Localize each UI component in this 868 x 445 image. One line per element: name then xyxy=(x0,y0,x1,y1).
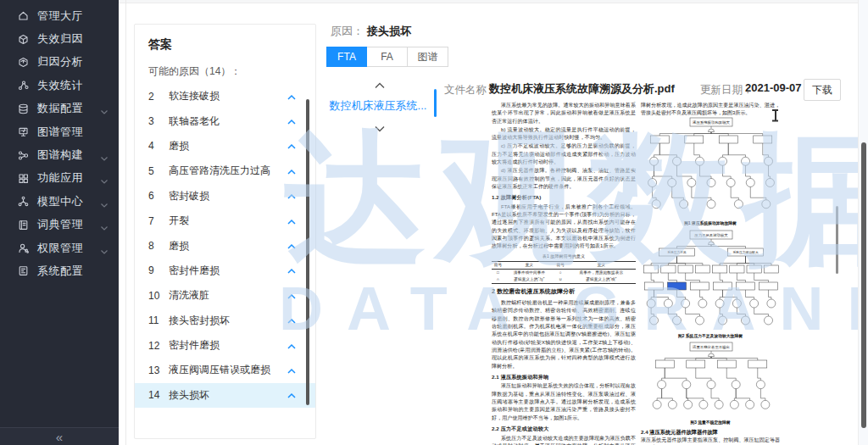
user-icon xyxy=(17,242,29,254)
tab-图谱[interactable]: 图谱 xyxy=(408,47,448,67)
sidebar-item-功能应用[interactable]: 功能应用 xyxy=(0,167,119,190)
pdf-paragraph: 液压系统最为常见的故障。通常较大的振动和异响意味着系统某个环节出现了异常，因此振… xyxy=(492,102,636,125)
chevron-up-icon[interactable] xyxy=(287,192,297,200)
answer-row[interactable]: 2软连接破损 xyxy=(135,84,315,108)
figure-3-caption: 图3 流量不稳定故障树 xyxy=(641,420,780,425)
answer-row[interactable]: 14接头损坏 xyxy=(135,383,315,408)
sidebar-item-失效统计[interactable]: 失效统计 xyxy=(0,74,119,97)
pdf-left-column: 液压系统最为常见的故障。通常较大的振动和异响意味着系统某个环节出现了异常，因此振… xyxy=(492,102,636,445)
pdf-table-header-cell: 意义 xyxy=(504,262,554,270)
cause-row: 原因：接头损坏 xyxy=(331,24,411,39)
doc-nav-up-button[interactable] xyxy=(373,78,387,93)
fault-tree-figure-1: 液压系统振动和异响大 xyxy=(643,117,780,222)
pdf-paragraph: 系统压力不足及波动较大造成的主要故障现象为液压负载不动或是时动时停，属于液压回路… xyxy=(492,435,636,445)
answer-row[interactable]: 11接头密封损坏 xyxy=(135,309,315,333)
answer-label: 磨损 xyxy=(169,239,287,253)
answer-number: 14 xyxy=(148,389,169,401)
sidebar-item-管理大厅[interactable]: 管理大厅 xyxy=(0,4,119,27)
doc-nav-down-button[interactable] xyxy=(373,121,387,136)
pdf-table-body: □顶事件或中间事件○底事件，用原始数据表示∩逻辑意义上的“与”∪逻辑意义上的“或… xyxy=(492,270,636,284)
answer-number: 7 xyxy=(148,215,169,227)
answer-label: 清洗液脏 xyxy=(169,288,287,303)
chevron-down-icon xyxy=(100,245,108,252)
pdf-table-header-cell: 符号 xyxy=(554,262,567,270)
answer-row[interactable]: 8磨损 xyxy=(135,233,315,258)
chevron-up-icon[interactable] xyxy=(287,366,297,375)
fault-tree-figure-3: 流量不稳定甚至不输出 xyxy=(649,342,784,421)
chevron-up-icon[interactable] xyxy=(287,217,297,225)
answer-row[interactable]: 6密封破损 xyxy=(135,184,315,209)
pdf-document-page[interactable]: 液压系统最为常见的故障。通常较大的振动和异响意味着系统某个环节出现了异常，因此振… xyxy=(487,98,784,445)
answer-number: 4 xyxy=(148,140,169,152)
tab-FA[interactable]: FA xyxy=(367,47,408,67)
pdf-heading-2-4: 2.4 液压系统元器件故障器件故障 xyxy=(641,429,780,437)
tab-FTA[interactable]: FTA xyxy=(326,47,367,67)
chevron-down-icon xyxy=(100,105,108,112)
sidebar-item-图谱管理[interactable]: 图谱管理 xyxy=(0,120,119,143)
sidebar-item-图谱构建[interactable]: 图谱构建 xyxy=(0,143,119,166)
chevron-down-icon xyxy=(100,221,108,228)
download-button[interactable]: 下载 xyxy=(804,79,841,101)
sidebar-collapse-button[interactable]: « xyxy=(0,427,119,445)
answer-row[interactable]: 3联轴器老化 xyxy=(135,108,315,133)
chevron-up-icon[interactable] xyxy=(287,167,297,175)
answer-row[interactable]: 4磨损 xyxy=(135,134,315,159)
answer-row[interactable]: 13液压阀调压错误或磨损 xyxy=(135,358,315,382)
chevron-down-icon xyxy=(100,175,108,181)
pdf-paragraph: c) 压力不足或波动较大。足够的压力是驱动负载的前提，压力不足将无法驱动运动部件… xyxy=(492,142,636,166)
sidebar-item-label: 归因分析 xyxy=(37,54,108,70)
answer-number: 6 xyxy=(148,190,169,202)
answer-subtitle: 可能的原因（14）： xyxy=(135,53,315,84)
answer-label: 开裂 xyxy=(169,214,287,228)
pdf-scrollbar[interactable] xyxy=(836,206,838,274)
answer-row[interactable]: 9密封件磨损 xyxy=(135,259,315,283)
page-scrollbar-thumb[interactable] xyxy=(861,142,866,428)
sidebar-item-词典管理[interactable]: 词典管理 xyxy=(0,214,119,236)
cause-label: 原因： xyxy=(331,25,364,37)
doc-nav-current-item[interactable]: 数控机床液压系统... xyxy=(327,98,429,114)
answer-row[interactable]: 12密封件磨损 xyxy=(135,333,315,358)
chevron-up-icon[interactable] xyxy=(287,292,297,300)
answer-number: 10 xyxy=(148,290,169,302)
sidebar-item-权限管理[interactable]: 权限管理 xyxy=(0,236,119,259)
pdf-heading-2-1: 2.1 液压系统振动和异响 xyxy=(492,373,636,381)
answer-label: 软连接破损 xyxy=(169,89,287,103)
chevron-up-icon[interactable] xyxy=(287,342,297,350)
answer-number: 8 xyxy=(148,240,169,252)
svg-text:流量不稳定甚至不输出: 流量不稳定甚至不输出 xyxy=(692,345,730,350)
sidebar-item-label: 管理大厅 xyxy=(37,8,108,24)
chevron-down-icon xyxy=(100,198,108,205)
sidebar-item-label: 词典管理 xyxy=(37,217,100,232)
pdf-heading-2-2: 2.2 压力不足或波动较大 xyxy=(492,425,636,433)
page-scrollbar[interactable] xyxy=(858,0,868,445)
answer-panel: 答案 可能的原因（14）： 2软连接破损3联轴器老化4磨损5高压管路清洗压力过高… xyxy=(134,24,316,439)
chevron-up-icon[interactable] xyxy=(287,242,297,250)
answer-label: 接头密封损坏 xyxy=(169,314,287,328)
chevron-up-icon[interactable] xyxy=(287,142,297,150)
chevron-up-icon[interactable] xyxy=(287,391,297,399)
grid-icon xyxy=(17,172,29,184)
database-icon xyxy=(17,103,29,114)
answer-number: 13 xyxy=(148,364,169,376)
sidebar-item-数据配置[interactable]: 数据配置 xyxy=(0,97,119,120)
sidebar-item-label: 权限管理 xyxy=(37,241,100,256)
sidebar-item-归因分析[interactable]: 归因分析 xyxy=(0,51,119,74)
answer-label: 密封破损 xyxy=(169,189,287,203)
chevron-up-icon[interactable] xyxy=(287,316,297,325)
pdf-table-header-cell: 意义 xyxy=(567,262,636,270)
chevron-up-icon[interactable] xyxy=(287,117,297,125)
text-cursor xyxy=(771,109,779,121)
chevron-up-icon[interactable] xyxy=(287,92,297,101)
sidebar-item-模型中心[interactable]: 模型中心 xyxy=(0,190,119,213)
answer-number: 9 xyxy=(148,264,169,276)
answer-row[interactable]: 7开裂 xyxy=(135,209,315,233)
sidebar-item-label: 模型中心 xyxy=(37,194,100,209)
chevron-up-icon[interactable] xyxy=(287,266,297,275)
pdf-table-cell: 底事件，用原始数据表示 xyxy=(567,270,636,276)
answer-row[interactable]: 5高压管路清洗压力过高 xyxy=(135,159,315,183)
answer-row[interactable]: 10清洗液脏 xyxy=(135,283,315,308)
sidebar: 管理大厅失效归因归因分析失效统计数据配置图谱管理图谱构建功能应用模型中心词典管理… xyxy=(0,0,119,445)
sidebar-item-系统配置[interactable]: 系统配置 xyxy=(0,259,119,282)
sidebar-item-失效归因[interactable]: 失效归因 xyxy=(0,27,119,50)
answer-list-scrollbar[interactable] xyxy=(306,99,309,405)
